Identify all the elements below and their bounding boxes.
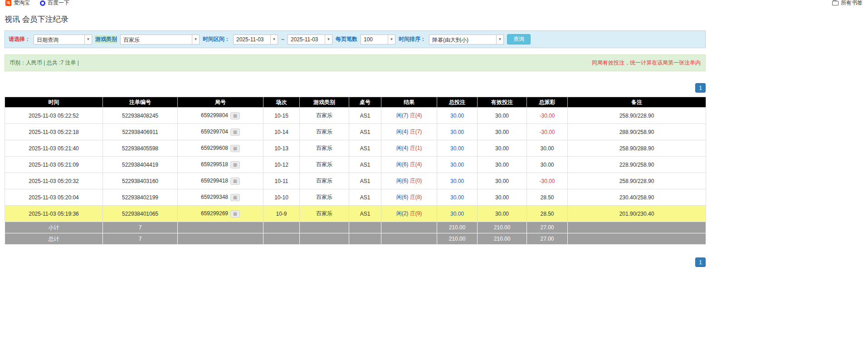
cell-bet-id: 522938408245 <box>103 108 178 124</box>
banker-result: 庄(9) <box>410 210 422 217</box>
cell-round: 659299348▦ <box>178 189 263 206</box>
sort-label: 时间排序： <box>399 35 426 43</box>
cell-valid-bet: 30.00 <box>478 206 527 222</box>
filter-bar: 请选择： 日期查询 ▼ 游戏类别 百家乐 ▼ 时间区间： 2025-11-03 … <box>5 30 706 48</box>
cell-total-bet: 30.00 <box>437 157 478 173</box>
round-replay-icon[interactable]: ▦ <box>230 129 240 136</box>
round-replay-icon[interactable]: ▦ <box>230 210 240 218</box>
pagination-top: 1 <box>5 83 706 93</box>
round-replay-icon[interactable]: ▦ <box>230 161 240 168</box>
bookmark-aitaobao[interactable]: 淘 爱淘宝 <box>5 0 30 7</box>
cell-game-type: 百家乐 <box>300 206 349 222</box>
game-type-value: 百家乐 <box>120 35 192 45</box>
cell-table-number: AS1 <box>349 157 381 173</box>
cell-table-number: AS1 <box>349 124 381 140</box>
cell-time: 2025-11-03 05:21:09 <box>5 157 103 173</box>
total-bet-link[interactable]: 30.00 <box>450 194 464 201</box>
player-result: 闲(2) <box>396 210 409 217</box>
cell-time: 2025-11-03 05:20:32 <box>5 173 103 189</box>
column-header: 结果 <box>381 97 437 108</box>
column-header: 总投注 <box>437 97 478 108</box>
subtotal-row: 小计 7 210.00 210.00 27.00 <box>5 222 706 233</box>
cell-note: 288.90/258.90 <box>568 124 706 140</box>
cell-payout: 28.50 <box>527 206 568 222</box>
chevron-down-icon: ▼ <box>496 35 504 45</box>
date-to-picker[interactable]: 2025-11-03 ▼ <box>288 35 332 45</box>
cell-time: 2025-11-03 05:22:52 <box>5 108 103 124</box>
query-mode-select[interactable]: 日期查询 ▼ <box>34 35 92 45</box>
cell-session: 10-15 <box>263 108 300 124</box>
search-button[interactable]: 查询 <box>507 34 531 45</box>
column-header: 场次 <box>263 97 300 108</box>
cell-bet-id: 522938404419 <box>103 157 178 173</box>
bookmark-label: 百度一下 <box>48 0 69 7</box>
cell-time: 2025-11-03 05:20:04 <box>5 189 103 206</box>
total-bet-link[interactable]: 30.00 <box>450 113 464 119</box>
pagination-page-button[interactable]: 1 <box>695 257 706 267</box>
chevron-down-icon: ▼ <box>192 35 200 45</box>
cell-bet-id: 522938403160 <box>103 173 178 189</box>
cell-round: 659299269▦ <box>178 206 263 222</box>
total-bet-link[interactable]: 30.00 <box>450 145 464 152</box>
cell-session: 10-14 <box>263 124 300 140</box>
page-size-value: 100 <box>361 35 388 45</box>
cell-game-type: 百家乐 <box>300 173 349 189</box>
cell-total-bet: 30.00 <box>437 173 478 189</box>
banker-result: 庄(0) <box>410 178 422 184</box>
cell-result: 闲(6) 庄(4) <box>381 157 437 173</box>
subtotal-valid-bet: 210.00 <box>478 222 527 233</box>
sort-value: 降幂(由大到小) <box>429 35 496 45</box>
cell-session: 10-9 <box>263 206 300 222</box>
sort-select[interactable]: 降幂(由大到小) ▼ <box>429 35 504 45</box>
player-result: 闲(4) <box>396 145 409 151</box>
player-result: 闲(4) <box>396 129 409 135</box>
total-bet-link[interactable]: 30.00 <box>450 211 464 217</box>
total-bet-link[interactable]: 30.00 <box>450 162 464 168</box>
round-replay-icon[interactable]: ▦ <box>230 112 240 119</box>
cell-time: 2025-11-03 05:21:40 <box>5 140 103 157</box>
cell-game-type: 百家乐 <box>300 124 349 140</box>
table-body: 2025-11-03 05:22:52 522938408245 6592998… <box>5 108 706 222</box>
cell-table-number: AS1 <box>349 173 381 189</box>
subtotal-payout: 27.00 <box>527 222 568 233</box>
cell-session: 10-12 <box>263 157 300 173</box>
cell-note: 258.90/228.90 <box>568 173 706 189</box>
subtotal-count: 7 <box>103 222 178 233</box>
date-from-picker[interactable]: 2025-11-03 ▼ <box>233 35 278 45</box>
date-from-value: 2025-11-03 <box>233 35 270 45</box>
cell-valid-bet: 30.00 <box>478 124 527 140</box>
summary-bar: 币别：人民币 | 总共 :7 注单 | 同局有效投注，统一计算在该局第一张注单内 <box>5 54 706 71</box>
cell-valid-bet: 30.00 <box>478 157 527 173</box>
total-bet-link[interactable]: 30.00 <box>450 178 464 184</box>
game-type-select[interactable]: 百家乐 ▼ <box>120 35 200 45</box>
round-replay-icon[interactable]: ▦ <box>230 194 240 201</box>
round-number: 659299804 <box>201 112 228 119</box>
table-summary: 小计 7 210.00 210.00 27.00 总计 7 210.00 210… <box>5 222 706 245</box>
bookmark-baidu[interactable]: 百度一下 <box>40 0 69 7</box>
cell-valid-bet: 30.00 <box>478 173 527 189</box>
pagination-page-button[interactable]: 1 <box>695 83 706 93</box>
column-header: 游戏类别 <box>300 97 349 108</box>
cell-result: 闲(2) 庄(9) <box>381 206 437 222</box>
page-title: 视讯 会员下注纪录 <box>5 14 706 25</box>
chevron-down-icon: ▼ <box>388 35 395 45</box>
column-header: 有效投注 <box>478 97 527 108</box>
table-row: 2025-11-03 05:21:40 522938405598 6592996… <box>5 140 706 157</box>
total-bet-link[interactable]: 30.00 <box>450 129 464 135</box>
player-result: 闲(6) <box>396 161 409 168</box>
round-replay-icon[interactable]: ▦ <box>230 145 240 152</box>
round-replay-icon[interactable]: ▦ <box>230 178 240 185</box>
all-bookmarks-button[interactable]: 所有书签 <box>832 0 863 7</box>
page-size-select[interactable]: 100 ▼ <box>361 35 395 45</box>
column-header: 局号 <box>178 97 263 108</box>
cell-total-bet: 30.00 <box>437 189 478 206</box>
round-number: 659299348 <box>201 194 228 200</box>
folder-icon <box>832 1 839 5</box>
cell-valid-bet: 30.00 <box>478 189 527 206</box>
baidu-icon <box>40 0 45 6</box>
table-row: 2025-11-03 05:21:09 522938404419 6592995… <box>5 157 706 173</box>
cell-result: 闲(4) 庄(7) <box>381 124 437 140</box>
cell-time: 2025-11-03 05:22:18 <box>5 124 103 140</box>
column-header: 时间 <box>5 97 103 108</box>
chevron-down-icon: ▼ <box>84 35 92 45</box>
